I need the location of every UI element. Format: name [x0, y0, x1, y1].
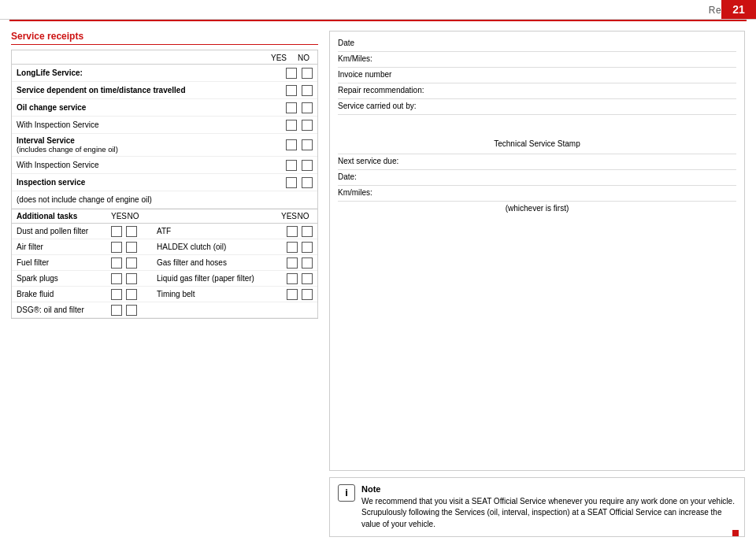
no-checkbox[interactable] — [302, 120, 313, 131]
additional-label: Additional tasks — [17, 212, 111, 220]
item-label: Brake fluid — [17, 290, 111, 298]
date2-label: Date: — [338, 172, 357, 181]
checkbox-group — [286, 160, 313, 171]
left-column: Service receipts YES NO LongLife Service… — [11, 31, 318, 537]
no-checkbox[interactable] — [302, 257, 313, 269]
table-header: YES NO — [12, 50, 317, 65]
checkbox-group — [286, 177, 313, 188]
checkbox-group — [286, 139, 313, 150]
item-label: DSG®: oil and filter — [17, 306, 111, 314]
yes-checkbox[interactable] — [286, 68, 297, 79]
no-checkbox[interactable] — [302, 273, 313, 284]
no-checkbox[interactable] — [126, 305, 137, 316]
item-label: Gas filter and hoses — [150, 258, 287, 267]
no-checkbox[interactable] — [302, 85, 313, 96]
main-content: Service receipts YES NO LongLife Service… — [0, 21, 756, 545]
row-label: With Inspection Service — [17, 120, 286, 129]
yes-checkbox[interactable] — [111, 226, 122, 237]
table-row: Interval Service(includes change of engi… — [12, 134, 317, 157]
yes-checkbox[interactable] — [111, 242, 122, 253]
no-checkbox[interactable] — [302, 68, 313, 79]
yes-checkbox[interactable] — [111, 289, 122, 300]
row-label: LongLife Service: — [17, 69, 286, 77]
repair-field: Repair recommendation: — [338, 83, 736, 99]
yes-checkbox[interactable] — [111, 273, 122, 284]
row-label: Interval Service(includes change of engi… — [17, 136, 286, 154]
no-checkbox[interactable] — [302, 177, 313, 188]
left-checkboxes — [111, 273, 150, 284]
yes-checkbox[interactable] — [286, 160, 297, 171]
yes-checkbox[interactable] — [286, 85, 297, 96]
no-checkbox[interactable] — [126, 226, 137, 237]
checkbox-group — [286, 68, 313, 79]
no-checkbox[interactable] — [126, 273, 137, 284]
no-checkbox[interactable] — [302, 226, 313, 237]
yes-checkbox[interactable] — [286, 177, 297, 188]
whichever-label: (whichever is first) — [506, 204, 569, 213]
date-label: Date — [338, 39, 354, 47]
yes-checkbox[interactable] — [287, 226, 298, 237]
red-bullet — [732, 530, 739, 536]
no-col: NO — [127, 212, 139, 220]
km-label: Km/Miles: — [338, 54, 372, 63]
no-checkbox[interactable] — [302, 102, 313, 113]
left-checkboxes — [111, 242, 150, 253]
date-field: Date — [338, 36, 736, 52]
checkbox-group — [286, 85, 313, 96]
note-content: Note We recommend that you visit a SEAT … — [361, 484, 736, 531]
right-checkboxes — [287, 257, 313, 269]
right-checkboxes — [287, 273, 313, 284]
item-label: Air filter — [17, 243, 111, 251]
table-row: DSG®: oil and filter — [12, 302, 317, 318]
note-text: We recommend that you visit a SEAT Offic… — [361, 496, 736, 531]
service-carried-label: Service carried out by: — [338, 102, 417, 110]
yes-checkbox[interactable] — [287, 289, 298, 300]
item-label: Spark plugs — [17, 274, 111, 283]
no-checkbox[interactable] — [302, 289, 313, 300]
next-service-label: Next service due: — [338, 157, 398, 165]
checkbox-group — [286, 102, 313, 113]
info-icon: i — [338, 484, 355, 502]
service-info-box: Date Km/Miles: Invoice number Repair rec… — [329, 31, 745, 471]
additional-header: Additional tasks YES NO YES NO — [12, 209, 317, 224]
date2-field: Date: — [338, 170, 736, 186]
km-field: Km/Miles: — [338, 52, 736, 68]
left-checkboxes — [111, 257, 150, 269]
no-checkbox[interactable] — [302, 139, 313, 150]
item-label: Fuel filter — [17, 258, 111, 267]
note-box: i Note We recommend that you visit a SEA… — [329, 477, 745, 538]
yes-checkbox[interactable] — [287, 257, 298, 269]
yes-checkbox[interactable] — [111, 305, 122, 316]
no-checkbox[interactable] — [302, 160, 313, 171]
yes-checkbox[interactable] — [111, 257, 122, 269]
yes-checkbox[interactable] — [286, 102, 297, 113]
no-checkbox[interactable] — [126, 242, 137, 253]
left-checkboxes — [111, 289, 150, 300]
no-checkbox[interactable] — [302, 242, 313, 253]
service-table: YES NO LongLife Service: Service depende… — [11, 50, 318, 319]
no-header: NO — [298, 54, 309, 62]
repair-label: Repair recommendation: — [338, 86, 424, 94]
stamp-label: Technical Service Stamp — [494, 139, 580, 151]
no-checkbox[interactable] — [126, 257, 137, 269]
table-row: Spark plugs Liquid gas filter (paper fil… — [12, 271, 317, 287]
table-row: Oil change service — [12, 99, 317, 117]
row-label: With Inspection Service — [17, 161, 286, 169]
stamp-field: Technical Service Stamp — [338, 115, 736, 154]
item-label: ATF — [150, 227, 287, 235]
table-row: (does not include change of engine oil) — [12, 191, 317, 209]
yes-checkbox[interactable] — [286, 139, 297, 150]
table-row: LongLife Service: — [12, 65, 317, 82]
yes-checkbox[interactable] — [286, 120, 297, 131]
table-row: Dust and pollen filter ATF — [12, 224, 317, 239]
no-checkbox[interactable] — [126, 289, 137, 300]
checkbox-group — [286, 120, 313, 131]
yes-col: YES — [111, 212, 124, 220]
info-icon-letter: i — [345, 487, 348, 498]
yes-header: YES — [271, 54, 287, 62]
yes-checkbox[interactable] — [287, 273, 298, 284]
table-row: Brake fluid Timing belt — [12, 287, 317, 302]
right-checkboxes — [287, 289, 313, 300]
yes-checkbox[interactable] — [287, 242, 298, 253]
whichever-field: (whichever is first) — [338, 202, 736, 217]
